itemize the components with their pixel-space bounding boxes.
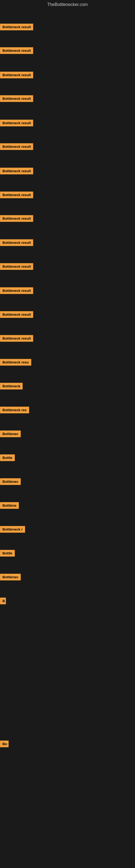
bottleneck-badge: Bottleneck result bbox=[0, 95, 33, 102]
bottleneck-badge: Bottleneck bbox=[0, 383, 23, 390]
bottleneck-result-item[interactable]: Bottlenec bbox=[0, 574, 21, 582]
bottleneck-badge: Bottleneck result bbox=[0, 287, 33, 294]
bottleneck-result-item[interactable]: Bottleneck result bbox=[0, 287, 33, 295]
bottleneck-result-item[interactable]: Bottle bbox=[0, 550, 15, 558]
bottleneck-badge: Bottleneck res bbox=[0, 407, 29, 413]
bottleneck-result-item[interactable]: Bottlenec bbox=[0, 478, 21, 486]
bottleneck-result-item[interactable]: Bottleneck result bbox=[0, 167, 33, 176]
bottleneck-result-item[interactable]: Bottleneck result bbox=[0, 120, 33, 127]
bottleneck-result-item[interactable]: Bottle bbox=[0, 454, 15, 462]
bottleneck-badge: Bottleneck result bbox=[0, 167, 33, 175]
bottleneck-result-item[interactable]: Bottleneck result bbox=[0, 47, 33, 55]
bottleneck-badge: Bottleneck result bbox=[0, 335, 33, 342]
bottleneck-result-item[interactable]: Bottleneck result bbox=[0, 263, 33, 271]
bottleneck-badge: Bottlenec bbox=[0, 574, 21, 581]
bottleneck-result-item[interactable]: Bottlene bbox=[0, 502, 19, 510]
bottleneck-badge: Bottlene bbox=[0, 502, 19, 509]
bottleneck-badge: Bottleneck result bbox=[0, 120, 33, 126]
bottleneck-result-item[interactable]: Bottleneck resu bbox=[0, 359, 31, 367]
bottleneck-result-item[interactable]: Bo bbox=[0, 741, 9, 748]
bottleneck-badge: Bottlenec bbox=[0, 478, 21, 485]
bottleneck-result-item[interactable]: Bottleneck result bbox=[0, 335, 33, 343]
bottleneck-result-item[interactable]: Bottleneck result bbox=[0, 95, 33, 103]
bottleneck-result-item[interactable]: Bottleneck result bbox=[0, 72, 33, 80]
bottleneck-badge: Bottleneck r bbox=[0, 526, 25, 533]
bottleneck-badge: Bottleneck result bbox=[0, 143, 33, 150]
bottleneck-badge: Bottleneck result bbox=[0, 263, 33, 270]
bottleneck-badge: Bo bbox=[0, 741, 9, 747]
bottleneck-result-item[interactable]: Bottleneck result bbox=[0, 239, 33, 247]
bottleneck-result-item[interactable]: Bottleneck res bbox=[0, 407, 29, 414]
bottleneck-badge: Bottleneck result bbox=[0, 47, 33, 54]
bottleneck-result-item[interactable]: Bottleneck r bbox=[0, 526, 25, 534]
bottleneck-result-item[interactable]: B bbox=[0, 597, 6, 606]
bottleneck-result-item[interactable]: Bottleneck result bbox=[0, 311, 33, 319]
bottleneck-badge: Bottle bbox=[0, 454, 15, 461]
bottleneck-badge: B bbox=[0, 597, 6, 604]
site-title: TheBottlenecker.com bbox=[0, 0, 135, 8]
bottleneck-badge: Bottleneck result bbox=[0, 24, 33, 30]
bottleneck-badge: Bottleneck result bbox=[0, 191, 33, 198]
bottleneck-result-item[interactable]: Bottlenec bbox=[0, 431, 21, 438]
bottleneck-result-item[interactable]: Bottleneck result bbox=[0, 191, 33, 199]
bottleneck-badge: Bottlenec bbox=[0, 431, 21, 437]
bottleneck-result-item[interactable]: Bottleneck bbox=[0, 383, 23, 391]
bottleneck-badge: Bottleneck result bbox=[0, 239, 33, 246]
bottleneck-result-item[interactable]: Bottleneck result bbox=[0, 24, 33, 31]
bottleneck-badge: Bottleneck result bbox=[0, 72, 33, 79]
bottleneck-badge: Bottleneck result bbox=[0, 311, 33, 318]
bottleneck-result-item[interactable]: Bottleneck result bbox=[0, 215, 33, 223]
bottleneck-result-item[interactable]: Bottleneck result bbox=[0, 143, 33, 151]
bottleneck-badge: Bottle bbox=[0, 550, 15, 557]
bottleneck-badge: Bottleneck result bbox=[0, 215, 33, 222]
bottleneck-badge: Bottleneck resu bbox=[0, 359, 31, 366]
